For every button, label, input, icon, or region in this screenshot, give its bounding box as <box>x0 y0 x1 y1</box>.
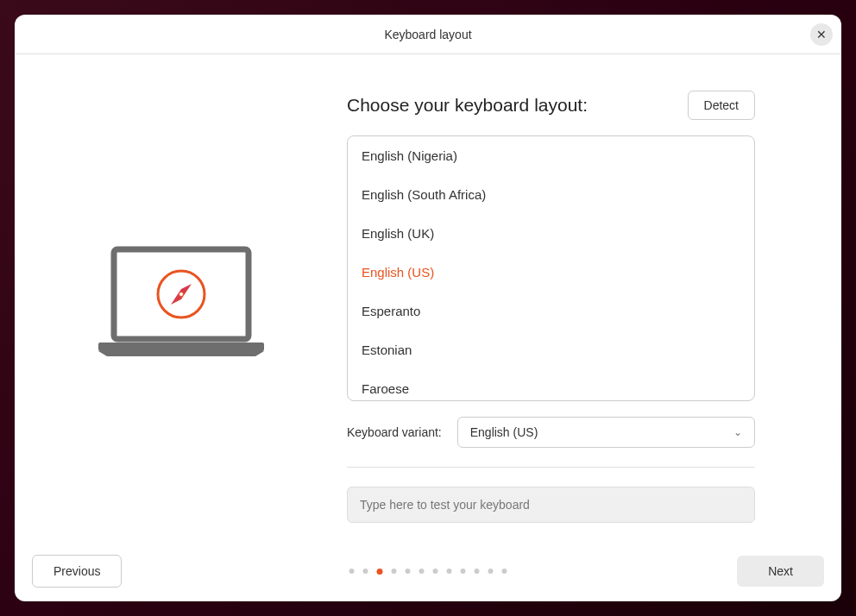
layout-item[interactable]: Faroese <box>348 369 754 401</box>
close-button[interactable]: ✕ <box>810 23 833 46</box>
detect-button[interactable]: Detect <box>688 91 755 120</box>
step-dot <box>377 569 383 575</box>
step-dot <box>488 569 494 574</box>
svg-rect-2 <box>98 343 264 351</box>
footer-nav: Previous Next <box>15 541 841 601</box>
heading-row: Choose your keyboard layout: Detect <box>347 91 755 120</box>
chevron-down-icon: ⌄ <box>733 426 742 438</box>
step-dot <box>363 569 368 574</box>
layout-item[interactable]: Esperanto <box>348 292 754 330</box>
page-heading: Choose your keyboard layout: <box>347 95 588 116</box>
illustration-panel <box>15 54 347 601</box>
window-title: Keyboard layout <box>384 28 471 41</box>
step-indicator <box>349 569 507 575</box>
divider <box>347 467 755 468</box>
layout-item[interactable]: English (South Africa) <box>348 175 754 214</box>
svg-point-6 <box>179 292 183 297</box>
keyboard-layout-list[interactable]: English (Nigeria)English (South Africa)E… <box>347 135 755 401</box>
layout-item[interactable]: Estonian <box>348 330 754 369</box>
layout-item[interactable]: English (UK) <box>348 214 754 253</box>
layout-item[interactable]: English (US) <box>348 253 754 292</box>
content-area: Choose your keyboard layout: Detect Engl… <box>15 54 841 601</box>
step-dot <box>461 569 466 574</box>
main-panel: Choose your keyboard layout: Detect Engl… <box>347 54 841 601</box>
variant-row: Keyboard variant: English (US) ⌄ <box>347 417 755 448</box>
variant-label: Keyboard variant: <box>347 425 442 439</box>
close-icon: ✕ <box>816 28 827 41</box>
keyboard-test-input[interactable] <box>347 487 755 523</box>
installer-window: Keyboard layout ✕ <box>15 15 841 601</box>
variant-dropdown[interactable]: English (US) ⌄ <box>457 417 755 448</box>
titlebar: Keyboard layout ✕ <box>15 15 841 54</box>
variant-selected-value: English (US) <box>470 425 538 439</box>
step-dot <box>419 569 425 574</box>
step-dot <box>447 569 452 574</box>
previous-button[interactable]: Previous <box>32 555 122 588</box>
step-dot <box>392 569 397 574</box>
layout-item[interactable]: English (Nigeria) <box>348 136 754 175</box>
step-dot <box>502 569 507 574</box>
laptop-compass-icon <box>95 242 268 362</box>
next-button[interactable]: Next <box>737 556 824 587</box>
step-dot <box>406 569 411 574</box>
svg-marker-3 <box>98 351 264 356</box>
step-dot <box>475 569 480 574</box>
step-dot <box>433 569 438 574</box>
step-dot <box>349 569 355 574</box>
